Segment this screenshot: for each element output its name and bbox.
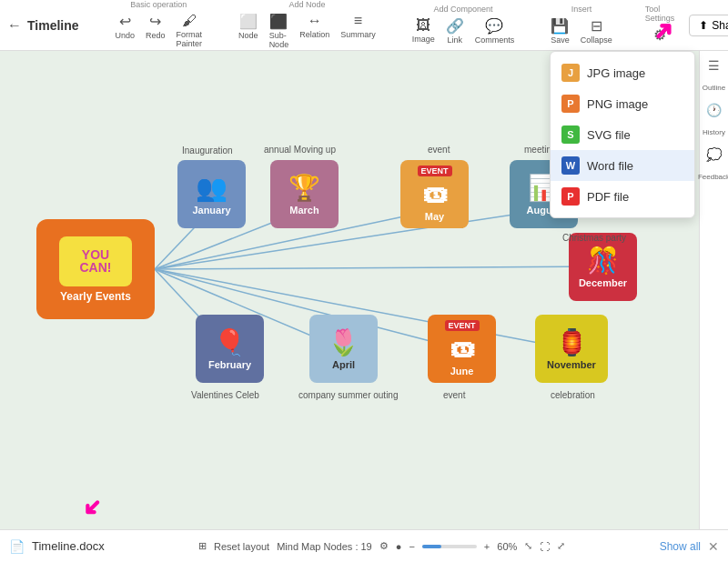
node-june[interactable]: EVENT 🎟 June bbox=[428, 315, 496, 383]
fullscreen-icon[interactable]: ⛶ bbox=[540, 541, 550, 552]
link-button[interactable]: 🔗Link bbox=[442, 15, 468, 46]
june-caption: event bbox=[443, 390, 465, 400]
word-label: Word file bbox=[587, 159, 633, 173]
zoom-slider[interactable] bbox=[422, 545, 477, 548]
fit-icon[interactable]: ⤡ bbox=[524, 540, 532, 552]
january-icon: 👥 bbox=[196, 173, 228, 203]
app-title: Timeline bbox=[27, 18, 79, 33]
png-label: PNG image bbox=[587, 97, 648, 111]
summary-button[interactable]: ≡Summary bbox=[337, 11, 379, 51]
node-april[interactable]: 🌷 April bbox=[309, 315, 378, 383]
word-icon: W bbox=[561, 156, 580, 175]
jpg-icon: J bbox=[561, 64, 580, 82]
may-label: May bbox=[425, 211, 444, 222]
sidebar-right: ☰ Outline 🕐 History 💭 Feedback bbox=[699, 51, 728, 529]
insert-btns: 💾Save ⊟Collapse bbox=[547, 15, 616, 46]
march-label: March bbox=[289, 205, 318, 216]
february-icon: 🎈 bbox=[214, 327, 246, 357]
basic-op-btns: ↩Undo ↪Redo 🖌Format Painter bbox=[112, 11, 207, 50]
may-icon: 🎟 bbox=[422, 179, 448, 209]
zoom-out-icon[interactable]: − bbox=[409, 541, 414, 552]
zoom-level: 60% bbox=[497, 541, 517, 552]
export-pdf[interactable]: P PDF file bbox=[551, 181, 694, 212]
close-button[interactable]: ✕ bbox=[708, 539, 719, 554]
root-label: Yearly Events bbox=[60, 290, 131, 303]
root-inner-badge: YOUCAN! bbox=[59, 236, 132, 286]
november-icon: 🏮 bbox=[556, 327, 588, 357]
toolbar-group-add-node: Add Node ⬜Node ⬛Sub-Node ↔Relation ≡Summ… bbox=[235, 0, 379, 51]
june-badge: EVENT bbox=[444, 320, 479, 331]
back-button[interactable]: ← bbox=[7, 15, 22, 36]
node-december[interactable]: 🎊 December bbox=[569, 233, 637, 301]
share-button[interactable]: ⬆ Share bbox=[689, 15, 728, 36]
january-caption: Inauguration bbox=[182, 146, 233, 156]
insert-label: Insert bbox=[571, 5, 592, 14]
show-all-button[interactable]: Show all bbox=[660, 540, 701, 553]
save-button[interactable]: 💾Save bbox=[547, 15, 573, 46]
node-january[interactable]: 👥 January bbox=[177, 160, 246, 228]
settings-icon: ● bbox=[396, 541, 402, 552]
feedback-button[interactable]: 💭 bbox=[706, 147, 722, 162]
format-painter-button[interactable]: 🖌Format Painter bbox=[173, 11, 207, 50]
april-label: April bbox=[332, 359, 355, 370]
share-label: Share bbox=[712, 19, 728, 32]
expand-icon[interactable]: ⤢ bbox=[557, 540, 565, 552]
december-label: December bbox=[579, 277, 627, 288]
png-icon: P bbox=[561, 95, 580, 113]
outline-label: Outline bbox=[703, 84, 725, 92]
comments-button[interactable]: 💬Comments bbox=[471, 15, 519, 46]
node-november[interactable]: 🏮 November bbox=[535, 315, 608, 383]
svg-icon: S bbox=[561, 125, 580, 144]
toolbar-right: ⬆ Share ⬆ Export bbox=[689, 15, 728, 36]
june-label: June bbox=[450, 366, 474, 376]
april-caption: company summer outing bbox=[298, 390, 399, 400]
redo-button[interactable]: ↪Redo bbox=[142, 11, 169, 50]
february-label: February bbox=[208, 359, 251, 370]
add-node-btns: ⬜Node ⬛Sub-Node ↔Relation ≡Summary bbox=[235, 11, 379, 51]
reset-layout-icon: ⊞ bbox=[198, 540, 207, 552]
mind-map-nodes-icon: ⚙ bbox=[379, 540, 389, 552]
toolbar-group-basic: Basic operation ↩Undo ↪Redo 🖌Format Pain… bbox=[112, 0, 207, 50]
feedback-label: Feedback bbox=[698, 173, 728, 181]
zoom-in-icon[interactable]: + bbox=[484, 541, 490, 552]
toolbar-group-add-component: Add Component 🖼Image 🔗Link 💬Comments bbox=[409, 5, 519, 46]
november-caption: celebration bbox=[551, 390, 595, 400]
add-node-label: Add Node bbox=[288, 0, 325, 9]
mind-map-nodes: Mind Map Nodes : 19 bbox=[277, 541, 372, 552]
file-icon: 📄 bbox=[9, 539, 25, 554]
export-png[interactable]: P PNG image bbox=[551, 88, 694, 119]
outline-button[interactable]: ☰ bbox=[708, 58, 720, 73]
collapse-button[interactable]: ⊟Collapse bbox=[577, 15, 616, 46]
history-button[interactable]: 🕐 bbox=[706, 103, 722, 117]
april-icon: 🌷 bbox=[328, 327, 359, 357]
image-button[interactable]: 🖼Image bbox=[409, 15, 439, 46]
add-component-label: Add Component bbox=[433, 5, 492, 14]
export-jpg[interactable]: J JPG image bbox=[551, 57, 694, 88]
may-badge: EVENT bbox=[417, 166, 451, 176]
svg-label: SVG file bbox=[587, 128, 631, 142]
export-word[interactable]: W Word file bbox=[551, 150, 694, 181]
february-caption: Valentines Celeb bbox=[191, 390, 259, 400]
march-caption: annual Moving up bbox=[264, 145, 336, 155]
june-icon: 🎟 bbox=[450, 334, 475, 364]
share-icon: ⬆ bbox=[699, 19, 708, 32]
node-march[interactable]: 🏆 March bbox=[270, 160, 339, 228]
basic-op-label: Basic operation bbox=[130, 0, 187, 9]
pdf-icon: P bbox=[561, 187, 580, 206]
node-button[interactable]: ⬜Node bbox=[235, 11, 262, 51]
march-icon: 🏆 bbox=[288, 173, 320, 203]
node-february[interactable]: 🎈 February bbox=[196, 315, 264, 383]
node-yearly-events[interactable]: YOUCAN! Yearly Events bbox=[36, 219, 155, 319]
node-may[interactable]: EVENT 🎟 May bbox=[400, 160, 469, 228]
history-label: History bbox=[703, 128, 725, 136]
bottombar: 📄 Timeline.docx ⊞ Reset layout Mind Map … bbox=[0, 529, 728, 562]
undo-button[interactable]: ↩Undo bbox=[112, 11, 139, 50]
reset-layout-label[interactable]: Reset layout bbox=[214, 541, 269, 552]
add-component-btns: 🖼Image 🔗Link 💬Comments bbox=[409, 15, 519, 46]
svg-line-4 bbox=[155, 266, 602, 269]
export-svg[interactable]: S SVG file bbox=[551, 119, 694, 150]
may-caption: event bbox=[428, 145, 450, 155]
january-label: January bbox=[192, 205, 230, 216]
sub-node-button[interactable]: ⬛Sub-Node bbox=[266, 11, 293, 51]
relation-button[interactable]: ↔Relation bbox=[296, 11, 333, 51]
